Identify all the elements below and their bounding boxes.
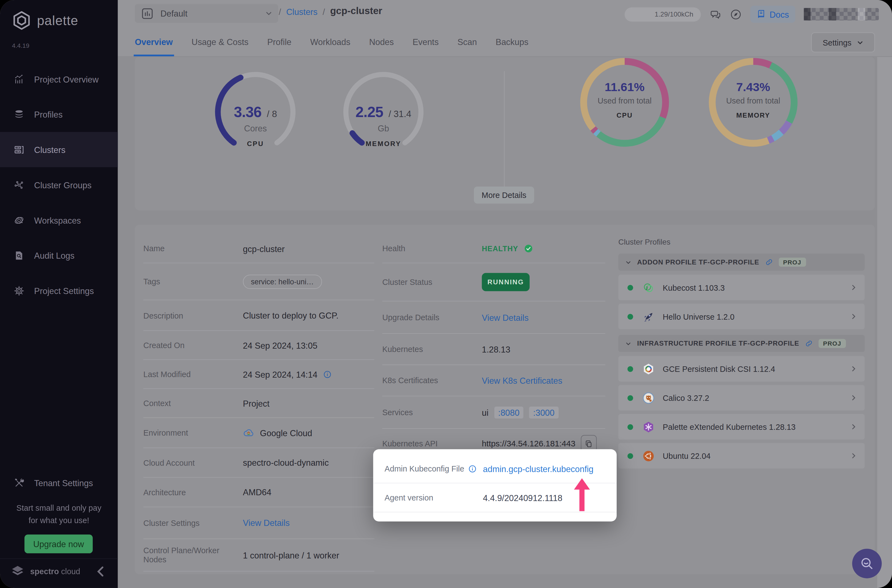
status-dot <box>628 366 633 372</box>
left-row-architecture: ArchitectureAMD64 <box>143 478 374 507</box>
cluster-settings-link[interactable]: View Details <box>243 518 290 528</box>
value-text: 1.28.13 <box>482 344 511 354</box>
sidebar: palette 4.4.19 Project OverviewProfilesC… <box>0 0 118 588</box>
cluster-profiles-groups: ADDON PROFILE TF-GCP-PROFILEPROJKubecost… <box>618 254 865 469</box>
settings-button[interactable]: Settings <box>811 32 875 52</box>
collapse-sidebar-icon[interactable] <box>93 564 108 579</box>
detail-label: Environment <box>143 428 243 437</box>
scope-badge: PROJ <box>818 339 846 348</box>
left-row-cluster-settings: Cluster SettingsView Details <box>143 507 374 539</box>
sidebar-item-profiles[interactable]: Profiles <box>0 97 118 132</box>
tab-nodes[interactable]: Nodes <box>369 27 394 56</box>
profile-pack-kubecost-1-103-3[interactable]: Kubecost 1.103.3 <box>618 274 865 300</box>
profile-group-header-addon-profile-tf-gcp-profile[interactable]: ADDON PROFILE TF-GCP-PROFILEPROJ <box>618 254 865 271</box>
middle-row-kubernetes: Kubernetes1.28.13 <box>382 334 605 365</box>
more-details-button[interactable]: More Details <box>474 187 534 204</box>
detail-label: Last Modified <box>143 370 243 379</box>
k8s-certificates-link[interactable]: View K8s Certificates <box>482 376 562 386</box>
profile-pack-calico-3-27-2[interactable]: Calico 3.27.2 <box>618 385 865 411</box>
profile-pack-ubuntu-22-04[interactable]: Ubuntu 22.04 <box>618 443 865 469</box>
detail-label: Health <box>382 244 482 253</box>
palette-logo: palette <box>11 10 78 31</box>
project-selector[interactable]: Default <box>135 4 278 22</box>
link-icon <box>805 339 813 348</box>
sidebar-item-label: Workspaces <box>34 215 81 225</box>
detail-label: Cluster Settings <box>143 518 243 528</box>
pack-name: Ubuntu 22.04 <box>663 452 710 460</box>
cpu-usage-gauge: 3.36 / 8 Cores CPU <box>207 64 304 160</box>
left-row-environment: EnvironmentGoogle Cloud <box>143 418 374 448</box>
profile-group-header-infrastructure-profile-tf-gcp-profile[interactable]: INFRASTRUCTURE PROFILE TF-GCP-PROFILEPRO… <box>618 335 865 352</box>
palette-logo-icon <box>11 10 32 31</box>
memory-donut-subtitle: Used from total <box>705 96 802 105</box>
service-port-link[interactable]: :3000 <box>529 406 559 418</box>
detail-label: Kubernetes <box>382 345 482 354</box>
sidebar-item-project-overview[interactable]: Project Overview <box>0 61 118 97</box>
docs-button[interactable]: Docs <box>750 6 795 23</box>
upgrade-details-link[interactable]: View Details <box>482 312 529 322</box>
cluster-profiles-title: Cluster Profiles <box>618 238 865 246</box>
tab-overview[interactable]: Overview <box>135 27 173 56</box>
profile-pack-palette-extended-kubernetes-1-28-13[interactable]: Palette eXtended Kubernetes 1.28.13 <box>618 414 865 440</box>
sidebar-item-audit-logs[interactable]: Audit Logs <box>0 238 118 273</box>
sidebar-item-tenant-settings[interactable]: Tenant Settings <box>0 465 118 501</box>
tools-icon <box>14 477 24 488</box>
sidebar-item-clusters[interactable]: Clusters <box>0 132 118 167</box>
info-icon[interactable] <box>323 370 332 378</box>
detail-value: 1.28.13 <box>482 344 511 354</box>
gce-logo-icon <box>642 363 655 375</box>
clusters-icon <box>14 144 24 155</box>
search-fab-button[interactable] <box>852 549 882 578</box>
profile-pack-hello-universe-1-2-0[interactable]: Hello Universe 1.2.0 <box>618 304 865 329</box>
tab-usage-costs[interactable]: Usage & Costs <box>192 27 249 56</box>
chat-icon[interactable] <box>709 8 721 20</box>
admin-kubeconfig-link[interactable]: admin.gcp-cluster.kubeconfig <box>483 464 593 473</box>
pack-name: Palette eXtended Kubernetes 1.28.13 <box>663 422 796 431</box>
profile-pack-gce-persistent-disk-csi-1-12-4[interactable]: GCE Persistent Disk CSI 1.12.4 <box>618 356 865 381</box>
tab-scan[interactable]: Scan <box>457 27 477 56</box>
tab-profile[interactable]: Profile <box>267 27 291 56</box>
scroll-gutter[interactable] <box>877 57 892 588</box>
service-port-link[interactable]: :8080 <box>494 406 523 418</box>
project-overview-icon <box>14 74 24 84</box>
cpu-total-value: / 8 <box>267 110 277 119</box>
sidebar-item-cluster-groups[interactable]: Cluster Groups <box>0 167 118 202</box>
pack-name: GCE Persistent Disk CSI 1.12.4 <box>663 364 775 373</box>
value-text: Project <box>243 398 270 408</box>
detail-label: Kubernetes API <box>382 439 482 448</box>
detail-label: Upgrade Details <box>382 313 482 322</box>
detail-label: Tags <box>143 277 243 286</box>
sidebar-item-workspaces[interactable]: Workspaces <box>0 202 118 238</box>
detail-label: Cloud Account <box>143 458 243 467</box>
detail-label: Description <box>143 311 243 320</box>
magnifier-icon <box>860 556 875 571</box>
left-row-context: ContextProject <box>143 389 374 418</box>
tag-pill[interactable]: service: hello-uni… <box>243 274 322 288</box>
sidebar-item-project-settings[interactable]: Project Settings <box>0 273 118 308</box>
detail-label: Services <box>382 408 482 417</box>
info-icon[interactable] <box>468 464 477 473</box>
sidebar-item-label: Profiles <box>34 110 63 119</box>
tab-backups[interactable]: Backups <box>496 27 529 56</box>
compass-icon[interactable] <box>730 8 742 20</box>
sidebar-item-label: Cluster Groups <box>34 180 92 190</box>
pack-name: Hello Universe 1.2.0 <box>663 312 734 321</box>
upgrade-now-button[interactable]: Upgrade now <box>25 534 93 553</box>
value-text: spectro-cloud-dynamic <box>243 458 329 467</box>
middle-row-services: Servicesui:8080:3000 <box>382 396 605 429</box>
detail-value: AMD64 <box>243 487 272 497</box>
tab-workloads[interactable]: Workloads <box>310 27 350 56</box>
detail-value: RUNNING <box>482 273 530 291</box>
status-dot <box>628 424 633 430</box>
project-settings-icon <box>14 285 24 296</box>
scope-badge: PROJ <box>778 258 806 267</box>
breadcrumb-clusters-link[interactable]: Clusters <box>286 7 317 16</box>
sidebar-item-label: Project Settings <box>34 286 94 296</box>
detail-value: Project <box>243 398 270 408</box>
chevron-down-icon <box>625 340 632 347</box>
tab-events[interactable]: Events <box>413 27 438 56</box>
redacted-username <box>804 8 879 20</box>
detail-value: ui:8080:3000 <box>482 406 559 418</box>
detail-value: 24 Sep 2024, 14:14 <box>243 369 332 379</box>
project-chart-icon <box>141 7 154 20</box>
